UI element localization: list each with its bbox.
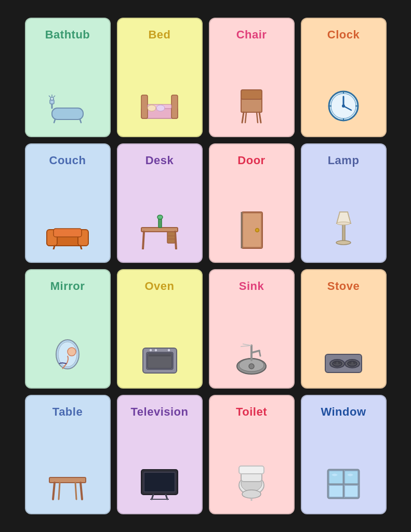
- svg-point-3: [50, 97, 54, 100]
- svg-point-72: [333, 361, 342, 366]
- card-sink: Sink: [209, 269, 295, 389]
- card-icon-mirror: [51, 339, 85, 380]
- svg-line-69: [243, 344, 251, 345]
- card-icon-door: [237, 210, 266, 255]
- svg-rect-0: [52, 108, 83, 119]
- svg-line-8: [80, 119, 81, 123]
- card-television: Television: [117, 395, 203, 514]
- card-label-bed: Bed: [148, 28, 170, 42]
- card-label-chair: Chair: [236, 28, 267, 42]
- svg-rect-98: [344, 471, 358, 484]
- card-door: Door: [209, 143, 295, 263]
- svg-point-46: [255, 229, 259, 232]
- svg-line-18: [259, 112, 261, 123]
- svg-point-13: [148, 105, 156, 111]
- svg-point-73: [334, 362, 337, 364]
- card-table: Table: [25, 395, 111, 514]
- card-oven: Oven: [117, 269, 203, 389]
- svg-line-7: [54, 119, 55, 123]
- card-icon-table: [47, 467, 88, 506]
- svg-rect-10: [141, 95, 148, 118]
- svg-line-19: [245, 112, 246, 123]
- svg-point-60: [167, 349, 170, 352]
- svg-line-66: [251, 351, 259, 353]
- svg-rect-33: [54, 229, 82, 237]
- svg-line-17: [242, 112, 244, 123]
- svg-point-51: [337, 222, 350, 225]
- svg-rect-93: [239, 466, 264, 474]
- svg-rect-49: [342, 223, 345, 242]
- svg-point-77: [349, 362, 352, 364]
- svg-rect-16: [241, 90, 262, 99]
- svg-line-4: [54, 96, 55, 97]
- svg-line-67: [259, 351, 260, 356]
- card-label-oven: Oven: [144, 280, 174, 293]
- svg-point-76: [348, 361, 357, 366]
- svg-line-81: [81, 483, 82, 499]
- svg-rect-15: [241, 98, 262, 112]
- svg-point-54: [68, 348, 76, 356]
- card-label-toilet: Toilet: [236, 405, 267, 419]
- svg-rect-86: [144, 473, 175, 491]
- card-icon-stove: [323, 349, 364, 380]
- page: Bathtub Bed Chair Clock Couch: [0, 0, 411, 532]
- card-label-window: Window: [321, 405, 366, 419]
- svg-point-74: [338, 362, 341, 364]
- svg-point-59: [154, 349, 157, 352]
- svg-rect-99: [329, 485, 343, 497]
- card-lamp: Lamp: [301, 143, 387, 263]
- svg-line-82: [59, 483, 60, 499]
- card-bed: Bed: [117, 18, 203, 137]
- card-label-mirror: Mirror: [50, 280, 85, 293]
- svg-line-37: [143, 232, 144, 249]
- card-icon-clock: [325, 87, 362, 129]
- svg-line-6: [49, 96, 50, 97]
- svg-rect-39: [167, 232, 175, 243]
- card-toilet: Toilet: [209, 395, 295, 514]
- card-label-stove: Stove: [327, 280, 360, 293]
- svg-point-43: [157, 215, 163, 219]
- svg-point-94: [242, 490, 261, 498]
- card-bathtub: Bathtub: [25, 18, 111, 137]
- card-label-desk: Desk: [145, 154, 174, 167]
- card-icon-bathtub: [47, 92, 88, 129]
- card-clock: Clock: [301, 18, 387, 137]
- card-label-door: Door: [237, 154, 265, 167]
- card-label-television: Television: [131, 405, 189, 419]
- card-icon-window: [325, 467, 362, 506]
- svg-point-78: [353, 362, 356, 364]
- svg-rect-36: [141, 228, 178, 232]
- svg-point-50: [336, 241, 351, 245]
- card-icon-oven: [140, 344, 179, 380]
- svg-rect-100: [344, 485, 358, 497]
- card-window: Window: [301, 395, 387, 514]
- svg-point-14: [156, 105, 165, 111]
- card-icon-couch: [44, 218, 91, 255]
- card-label-bathtub: Bathtub: [45, 28, 90, 42]
- vocabulary-grid: Bathtub Bed Chair Clock Couch: [15, 7, 397, 525]
- svg-point-25: [342, 104, 345, 108]
- card-icon-television: [139, 467, 180, 506]
- svg-line-87: [152, 495, 153, 499]
- svg-point-64: [249, 364, 254, 369]
- card-label-couch: Couch: [49, 154, 86, 167]
- card-icon-toilet: [235, 462, 269, 506]
- svg-line-20: [257, 112, 258, 123]
- svg-point-58: [149, 349, 152, 352]
- card-couch: Couch: [25, 143, 111, 263]
- card-label-lamp: Lamp: [328, 154, 360, 167]
- svg-line-34: [54, 246, 55, 249]
- card-icon-bed: [139, 90, 180, 129]
- svg-rect-11: [171, 95, 178, 118]
- svg-line-35: [81, 246, 82, 249]
- card-icon-desk: [139, 213, 180, 255]
- card-chair: Chair: [209, 18, 295, 137]
- svg-line-80: [53, 483, 55, 499]
- svg-line-83: [75, 483, 76, 499]
- svg-rect-97: [329, 471, 343, 484]
- card-icon-chair: [236, 87, 267, 129]
- card-label-sink: Sink: [239, 280, 264, 293]
- card-icon-lamp: [329, 208, 358, 255]
- card-icon-sink: [232, 341, 271, 380]
- card-desk: Desk: [117, 143, 203, 263]
